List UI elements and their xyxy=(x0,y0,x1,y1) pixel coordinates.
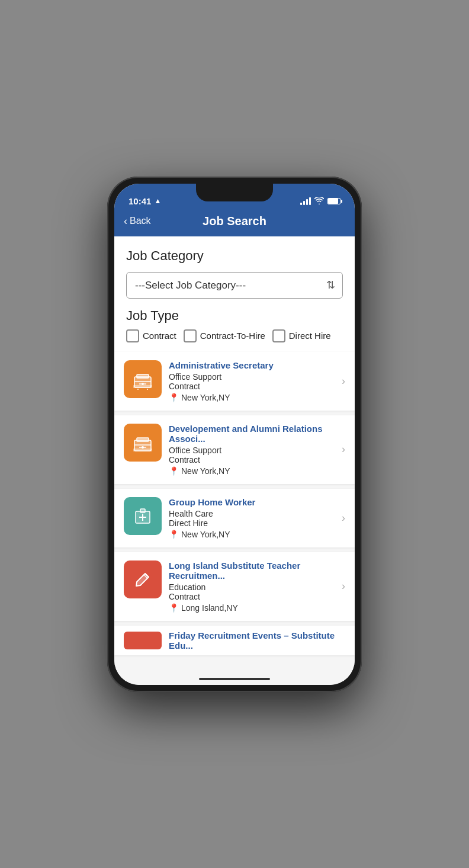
nav-header: ‹ Back Job Search xyxy=(114,210,355,236)
svg-rect-9 xyxy=(137,438,149,441)
job-info-2: Developement and Alumni Relations Associ… xyxy=(169,424,337,476)
job-category-4: Education xyxy=(169,582,337,592)
location-pin-icon: 📍 xyxy=(169,603,179,613)
job-location-2: 📍 New York,NY xyxy=(169,466,337,476)
job-category-label: Job Category xyxy=(126,248,343,264)
form-section: Job Category ---Select Job Category--- ⇅ xyxy=(114,236,355,308)
contract-checkbox[interactable] xyxy=(126,329,139,342)
job-title-1: Administrative Secretary xyxy=(169,360,337,370)
job-category-select[interactable]: ---Select Job Category--- xyxy=(127,273,342,298)
job-type-2: Contract xyxy=(169,455,337,465)
job-location-4: 📍 Long Island,NY xyxy=(169,603,337,613)
job-icon-3 xyxy=(124,497,162,535)
job-card[interactable]: Administrative Secretary Office Support … xyxy=(114,352,355,411)
contract-label: Contract xyxy=(143,331,176,341)
status-time: 10:41 ▲ xyxy=(129,196,161,206)
svg-rect-15 xyxy=(140,509,145,513)
location-arrow-icon: ▲ xyxy=(154,197,161,205)
checkbox-contract-to-hire: Contract-To-Hire xyxy=(184,329,265,342)
job-card[interactable]: Developement and Alumni Relations Associ… xyxy=(114,415,355,484)
job-icon-4 xyxy=(124,560,162,598)
job-category-3: Health Care xyxy=(169,509,337,518)
job-type-1: Contract xyxy=(169,382,337,391)
home-bar xyxy=(199,678,270,680)
direct-hire-label: Direct Hire xyxy=(289,331,331,341)
job-card-partial[interactable]: Friday Recruitment Events – Substitute E… xyxy=(114,626,355,655)
partial-job-icon xyxy=(124,632,162,649)
contract-to-hire-checkbox[interactable] xyxy=(184,329,197,342)
job-card[interactable]: Group Home Worker Health Care Direct Hir… xyxy=(114,489,355,547)
checkbox-contract: Contract xyxy=(126,329,176,342)
back-chevron-icon: ‹ xyxy=(124,215,127,228)
job-type-3: Direct Hire xyxy=(169,518,337,528)
job-title-2: Developement and Alumni Relations Associ… xyxy=(169,424,337,444)
location-pin-icon: 📍 xyxy=(169,530,179,539)
job-chevron-1: › xyxy=(337,360,345,402)
job-title-4: Long Island Substitute Teacher Recruitme… xyxy=(169,560,337,581)
job-info-1: Administrative Secretary Office Support … xyxy=(169,360,337,402)
back-button[interactable]: ‹ Back xyxy=(124,215,151,228)
job-category-1: Office Support xyxy=(169,372,337,382)
job-category-select-wrapper: ---Select Job Category--- ⇅ xyxy=(126,272,343,299)
job-location-3: 📍 New York,NY xyxy=(169,530,337,539)
partial-job-title: Friday Recruitment Events – Substitute E… xyxy=(169,630,345,651)
phone-frame: 10:41 ▲ xyxy=(107,177,362,692)
job-info-4: Long Island Substitute Teacher Recruitme… xyxy=(169,560,337,613)
checkboxes-row: Contract Contract-To-Hire Direct Hire xyxy=(126,329,343,342)
phone-screen: 10:41 ▲ xyxy=(114,184,355,685)
job-location-1: 📍 New York,NY xyxy=(169,393,337,402)
job-type-label: Job Type xyxy=(126,308,343,324)
direct-hire-checkbox[interactable] xyxy=(272,329,285,342)
main-content: Job Category ---Select Job Category--- ⇅… xyxy=(114,236,355,673)
page-title: Job Search xyxy=(203,214,266,228)
svg-rect-1 xyxy=(137,374,149,378)
jobs-list: Administrative Secretary Office Support … xyxy=(114,352,355,655)
job-category-2: Office Support xyxy=(169,446,337,455)
job-type-4: Contract xyxy=(169,592,337,601)
back-label: Back xyxy=(130,216,151,226)
checkbox-direct-hire: Direct Hire xyxy=(272,329,331,342)
home-indicator xyxy=(114,673,355,685)
job-card[interactable]: Long Island Substitute Teacher Recruitme… xyxy=(114,552,355,621)
job-chevron-3: › xyxy=(337,497,345,539)
job-chevron-2: › xyxy=(337,424,345,476)
job-icon-2 xyxy=(124,424,162,462)
notch xyxy=(196,184,273,201)
svg-rect-13 xyxy=(133,449,152,451)
job-chevron-4: › xyxy=(337,560,345,613)
job-icon-1 xyxy=(124,360,162,398)
status-icons xyxy=(300,197,340,206)
job-type-section: Job Type Contract Contract-To-Hire Direc… xyxy=(114,308,355,352)
location-pin-icon: 📍 xyxy=(169,393,179,402)
job-title-3: Group Home Worker xyxy=(169,497,337,507)
contract-to-hire-label: Contract-To-Hire xyxy=(200,331,265,341)
location-pin-icon: 📍 xyxy=(169,466,179,476)
signal-icon xyxy=(300,197,311,205)
job-info-3: Group Home Worker Health Care Direct Hir… xyxy=(169,497,337,539)
battery-icon xyxy=(327,198,340,204)
wifi-icon xyxy=(314,197,324,206)
svg-rect-5 xyxy=(133,385,152,388)
